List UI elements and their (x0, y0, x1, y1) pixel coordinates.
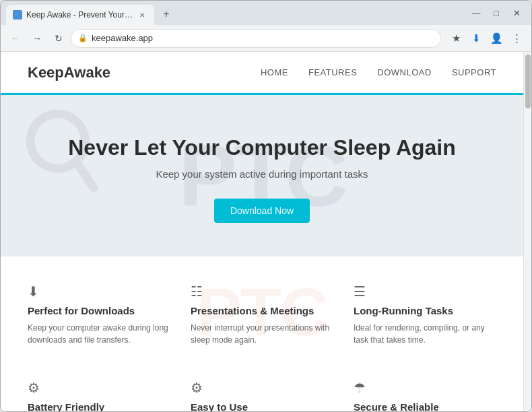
feature-title-tasks: Long-Running Tasks (354, 305, 496, 316)
feature-desc-downloads: Keep your computer awake during long dow… (28, 322, 170, 346)
active-tab[interactable]: Keep Awake - Prevent Your Co... ✕ (6, 5, 154, 25)
page-content: KeepAwake HOME FEATURES DOWNLOAD SUPPORT… (1, 52, 531, 411)
easy-icon: ⚙ (191, 380, 333, 396)
features-section: PTC ⬇ Perfect for Downloads Keep your co… (1, 256, 523, 366)
browser-window: Keep Awake - Prevent Your Co... ✕ + — □ … (0, 0, 532, 412)
toolbar-icons: ★ ⬇ 👤 ⋮ (446, 29, 526, 48)
back-button[interactable]: ← (6, 29, 25, 48)
feature-item-tasks: ☰ Long-Running Tasks Ideal for rendering… (354, 283, 496, 346)
site-nav-links: HOME FEATURES DOWNLOAD SUPPORT (261, 67, 496, 77)
feature-desc-presentations: Never interrupt your presentations with … (191, 322, 333, 346)
download-now-button[interactable]: Download Now (214, 199, 310, 223)
nav-download[interactable]: DOWNLOAD (377, 67, 432, 77)
download-feature-icon: ⬇ (28, 283, 170, 300)
address-bar: ← → ↻ 🔒 keepawake.app ★ ⬇ 👤 ⋮ (1, 25, 531, 52)
hero-subtitle: Keep your system active during important… (28, 168, 496, 180)
tasks-feature-icon: ☰ (354, 283, 496, 300)
feature-item-presentations: ☷ Presentations & Meetings Never interru… (191, 283, 333, 346)
battery-icon: ⚙ (28, 380, 170, 396)
bottom-feature-battery: ⚙ Battery Friendly (28, 380, 170, 411)
site-logo: KeepAwake (28, 64, 261, 81)
nav-features[interactable]: FEATURES (308, 67, 357, 77)
menu-button[interactable]: ⋮ (507, 29, 526, 48)
webpage: KeepAwake HOME FEATURES DOWNLOAD SUPPORT… (1, 52, 523, 411)
scrollbar-thumb[interactable] (525, 55, 531, 108)
window-controls: — □ ✕ (467, 3, 526, 25)
tab-title: Keep Awake - Prevent Your Co... (26, 10, 133, 20)
bottom-feature-title-battery: Battery Friendly (28, 401, 170, 411)
bottom-feature-title-secure: Secure & Reliable (354, 401, 496, 411)
new-tab-button[interactable]: + (157, 5, 176, 24)
feature-title-downloads: Perfect for Downloads (28, 305, 170, 316)
tab-bar: Keep Awake - Prevent Your Co... ✕ + — □ … (1, 1, 531, 25)
bottom-features-section: ⚙ Battery Friendly ⚙ Easy to Use ☂ Secur… (1, 366, 523, 411)
nav-home[interactable]: HOME (261, 67, 288, 77)
profile-button[interactable]: 👤 (487, 29, 506, 48)
shield-icon: ☂ (354, 380, 496, 396)
minimize-button[interactable]: — (467, 3, 486, 22)
feature-desc-tasks: Ideal for rendering, compiling, or any t… (354, 322, 496, 346)
feature-title-presentations: Presentations & Meetings (191, 305, 333, 316)
bottom-feature-secure: ☂ Secure & Reliable (354, 380, 496, 411)
tab-favicon (13, 10, 22, 20)
lock-icon: 🔒 (78, 34, 88, 42)
hero-section: PTC Never Let Your Computer Sleep Again … (1, 95, 523, 256)
forward-button[interactable]: → (28, 29, 46, 48)
bottom-feature-easy: ⚙ Easy to Use (191, 380, 333, 411)
url-bar[interactable]: 🔒 keepawake.app (71, 29, 441, 48)
scrollbar[interactable] (523, 52, 531, 411)
url-text: keepawake.app (92, 33, 434, 43)
site-navbar: KeepAwake HOME FEATURES DOWNLOAD SUPPORT (1, 52, 523, 95)
refresh-button[interactable]: ↻ (49, 29, 68, 48)
bottom-feature-title-easy: Easy to Use (191, 401, 333, 411)
features-grid: ⬇ Perfect for Downloads Keep your comput… (28, 283, 496, 346)
maximize-button[interactable]: □ (487, 3, 506, 22)
presentation-feature-icon: ☷ (191, 283, 333, 300)
nav-support[interactable]: SUPPORT (452, 67, 496, 77)
hero-title: Never Let Your Computer Sleep Again (28, 135, 496, 160)
bookmark-button[interactable]: ★ (446, 29, 465, 48)
feature-item-downloads: ⬇ Perfect for Downloads Keep your comput… (28, 283, 170, 346)
download-icon-button[interactable]: ⬇ (467, 29, 486, 48)
bottom-features-grid: ⚙ Battery Friendly ⚙ Easy to Use ☂ Secur… (28, 380, 496, 411)
close-button[interactable]: ✕ (507, 3, 526, 22)
tab-close-button[interactable]: ✕ (137, 9, 147, 20)
